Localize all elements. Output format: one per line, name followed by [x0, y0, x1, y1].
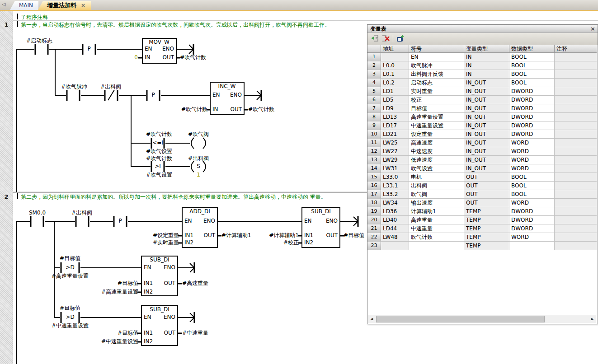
- cell-symbol[interactable]: 吹气计数: [409, 233, 464, 242]
- cell-data-type[interactable]: DWORD: [509, 96, 555, 104]
- cell-comment[interactable]: [555, 216, 597, 224]
- cell-comment[interactable]: [555, 121, 597, 130]
- cell-comment[interactable]: [555, 173, 597, 182]
- row-number[interactable]: 3: [367, 70, 381, 79]
- cell-comment[interactable]: [555, 224, 597, 233]
- mov-out-operand[interactable]: #吹气计数: [180, 55, 206, 61]
- cell-symbol[interactable]: 实时重量: [409, 87, 464, 96]
- cmp2-bottom-operand[interactable]: #吹气设置: [146, 172, 172, 178]
- coil-set-value[interactable]: 1: [197, 172, 200, 178]
- cell-comment[interactable]: [555, 190, 597, 199]
- cell-var-type[interactable]: IN_OUT: [464, 147, 509, 156]
- scrollbar-thumb[interactable]: [376, 316, 545, 322]
- row-number[interactable]: 2: [367, 61, 381, 70]
- operand-discharge-valve2[interactable]: #出料阀: [71, 210, 92, 216]
- cell-data-type[interactable]: BOOL: [509, 182, 555, 190]
- variable-table-titlebar[interactable]: 变量表 ×: [367, 25, 598, 33]
- cell-address[interactable]: [381, 242, 409, 250]
- cell-address[interactable]: L0.2: [381, 79, 409, 87]
- add-in1-operand[interactable]: #设定重量: [153, 233, 179, 238]
- cell-comment[interactable]: [555, 164, 597, 173]
- cmp1-top-operand[interactable]: #吹气计数: [146, 131, 172, 137]
- row-number[interactable]: 20: [367, 216, 381, 224]
- coil-blow-valve-label[interactable]: #吹气阀: [188, 131, 209, 137]
- cell-comment[interactable]: [555, 53, 597, 61]
- cell-comment[interactable]: [555, 233, 597, 242]
- sub3-out-operand[interactable]: #中速重量: [182, 330, 208, 336]
- cmp3-bottom-operand[interactable]: #高速重量设置: [52, 273, 89, 279]
- cmp3-top-operand[interactable]: #目标值: [60, 256, 80, 261]
- row-number[interactable]: 5: [367, 87, 381, 96]
- cell-data-type[interactable]: BOOL: [509, 53, 555, 61]
- scroll-left-icon[interactable]: ◄: [368, 315, 375, 323]
- row-number[interactable]: 21: [367, 224, 381, 233]
- cell-comment[interactable]: [555, 130, 597, 139]
- cell-data-type[interactable]: DWORD: [509, 224, 555, 233]
- cell-data-type[interactable]: BOOL: [509, 79, 555, 87]
- cell-var-type[interactable]: IN_OUT: [464, 164, 509, 173]
- scroll-right-icon[interactable]: ►: [589, 315, 596, 323]
- row-number[interactable]: 19: [367, 207, 381, 216]
- inc-out-operand[interactable]: #吹气计数: [248, 107, 274, 112]
- operand-start-flag[interactable]: #启动标志: [26, 38, 52, 44]
- cell-var-type[interactable]: OUT: [464, 199, 509, 207]
- cell-address[interactable]: LW27: [381, 147, 409, 156]
- cell-data-type[interactable]: DWORD: [509, 113, 555, 121]
- cell-comment[interactable]: [555, 242, 597, 250]
- cmp4-bottom-operand[interactable]: #中速重量设置: [52, 323, 89, 329]
- operand-sm00[interactable]: SM0.0: [29, 210, 46, 216]
- cell-symbol[interactable]: 出料阀: [409, 182, 464, 190]
- row-number[interactable]: 12: [367, 147, 381, 156]
- cell-var-type[interactable]: IN_OUT: [464, 113, 509, 121]
- row-number[interactable]: 6: [367, 96, 381, 104]
- cell-data-type[interactable]: BOOL: [509, 61, 555, 70]
- cell-address[interactable]: L0.0: [381, 61, 409, 70]
- row-number[interactable]: 9: [367, 121, 381, 130]
- cell-var-type[interactable]: IN_OUT: [464, 87, 509, 96]
- cell-symbol[interactable]: 计算辅助1: [409, 207, 464, 216]
- cell-symbol[interactable]: 高速速度: [409, 139, 464, 147]
- cell-symbol[interactable]: 电机: [409, 173, 464, 182]
- cell-comment[interactable]: [555, 139, 597, 147]
- cmp4-top-operand[interactable]: #目标值: [60, 305, 80, 311]
- cell-symbol[interactable]: 目标值: [409, 104, 464, 113]
- mov-in-value[interactable]: 0: [134, 55, 138, 61]
- sub1-out-operand[interactable]: #目标值: [344, 233, 364, 238]
- coil-discharge-valve-label[interactable]: #出料阀: [188, 156, 209, 162]
- cell-symbol[interactable]: 中速重量设置: [409, 121, 464, 130]
- cell-data-type[interactable]: BOOL: [509, 173, 555, 182]
- cell-symbol[interactable]: 校正: [409, 96, 464, 104]
- cell-address[interactable]: LD9: [381, 104, 409, 113]
- sub1-in2-operand[interactable]: #校正: [283, 240, 299, 246]
- sub3-in1-operand[interactable]: #目标值: [118, 330, 138, 336]
- row-number[interactable]: 14: [367, 164, 381, 173]
- inc-in-operand[interactable]: #吹气计数: [181, 107, 207, 112]
- cell-symbol[interactable]: 启动标志: [409, 79, 464, 87]
- cell-symbol[interactable]: 输出速度: [409, 199, 464, 207]
- cell-var-type[interactable]: IN_OUT: [464, 96, 509, 104]
- cmp1-bottom-operand[interactable]: #吹气设置: [146, 149, 172, 154]
- cell-address[interactable]: LW34: [381, 199, 409, 207]
- cell-var-type[interactable]: IN_OUT: [464, 130, 509, 139]
- cell-address[interactable]: LD40: [381, 216, 409, 224]
- cell-var-type[interactable]: TEMP: [464, 233, 509, 242]
- cell-address[interactable]: LW29: [381, 156, 409, 164]
- add-in2-operand[interactable]: #实时重量: [153, 240, 179, 246]
- row-number[interactable]: 18: [367, 199, 381, 207]
- cell-data-type[interactable]: DWORD: [509, 87, 555, 96]
- cell-data-type[interactable]: DWORD: [509, 121, 555, 130]
- row-number[interactable]: 17: [367, 190, 381, 199]
- sub2-out-operand[interactable]: #高速重量: [182, 280, 208, 286]
- cell-address[interactable]: LW48: [381, 233, 409, 242]
- cell-address[interactable]: LD17: [381, 121, 409, 130]
- sub3-in2-operand[interactable]: #中速重量设置: [101, 339, 138, 345]
- cell-symbol[interactable]: 高速重量: [409, 216, 464, 224]
- row-number[interactable]: 10: [367, 130, 381, 139]
- cell-symbol[interactable]: EN: [409, 53, 464, 61]
- cell-var-type[interactable]: IN_OUT: [464, 79, 509, 87]
- cell-comment[interactable]: [555, 207, 597, 216]
- cell-symbol[interactable]: 中速速度: [409, 147, 464, 156]
- cell-symbol[interactable]: [409, 242, 464, 250]
- cell-data-type[interactable]: WORD: [509, 199, 555, 207]
- cell-symbol[interactable]: 吹气阀: [409, 190, 464, 199]
